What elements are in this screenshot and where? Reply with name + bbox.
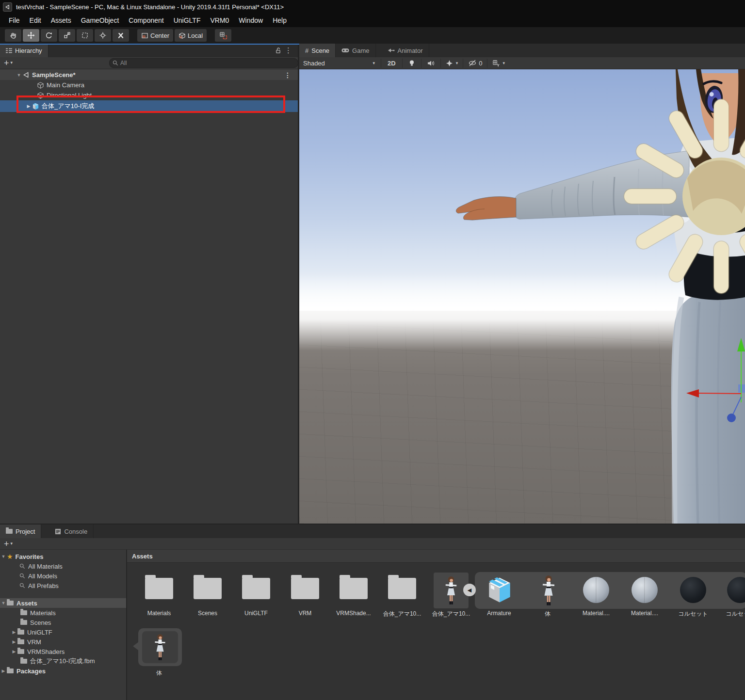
menu-help[interactable]: Help <box>268 16 292 24</box>
toggle-2d-button[interactable]: 2D <box>383 60 400 67</box>
scale-tool-button[interactable] <box>59 29 75 42</box>
grid-folder-materials[interactable] <box>145 578 173 599</box>
tab-hierarchy[interactable]: Hierarchy <box>0 44 49 57</box>
expand-icon[interactable]: ▶ <box>11 630 17 635</box>
menu-gameobject[interactable]: GameObject <box>76 16 124 24</box>
folder-icon <box>291 578 319 599</box>
tree-all-materials[interactable]: All Materials <box>0 561 126 571</box>
project-create-caret[interactable]: ▾ <box>11 541 13 546</box>
scene-effects-dropdown[interactable]: ▾ <box>443 60 461 67</box>
tree-materials[interactable]: Materials <box>0 608 126 618</box>
all-prefabs-label: All Prefabs <box>28 582 59 589</box>
tab-console-label: Console <box>64 528 87 535</box>
scene-audio-button[interactable] <box>423 60 438 66</box>
rect-tool-button[interactable] <box>77 29 93 42</box>
hierarchy-item-model-selected[interactable]: ▶ 合体_アマ10-I完成 <box>0 100 298 112</box>
tree-packages[interactable]: ▶ Packages <box>0 666 126 676</box>
grid-snap-button[interactable] <box>215 29 231 42</box>
menu-edit[interactable]: Edit <box>25 16 46 24</box>
tree-vrm[interactable]: ▶ VRM <box>0 637 126 647</box>
subasset-material-2[interactable] <box>632 577 658 603</box>
scene-3d-viewport[interactable] <box>299 69 745 524</box>
grid-folder-scenes[interactable] <box>194 578 222 599</box>
subasset-corset-material-2[interactable] <box>727 577 745 603</box>
favorites-star-icon: ★ <box>7 553 13 560</box>
tree-unigltf[interactable]: ▶ UniGLTF <box>0 627 126 637</box>
tree-fbm-folder[interactable]: 合体_アマ10-I完成.fbm <box>0 656 126 666</box>
menu-unigltf[interactable]: UniGLTF <box>169 16 206 24</box>
label-unigltf: UniGLTF <box>229 610 283 617</box>
gameobject-cube-icon <box>37 92 44 99</box>
hierarchy-item-directional-light[interactable]: Directional Light <box>0 90 298 100</box>
subasset-body[interactable] <box>541 575 556 606</box>
rotate-tool-button[interactable] <box>41 29 57 42</box>
menu-bar: File Edit Assets GameObject Component Un… <box>0 14 745 27</box>
tab-game[interactable]: Game <box>336 44 375 57</box>
subasset-body-mesh[interactable] <box>142 631 178 663</box>
gameobject-cube-icon <box>37 81 44 89</box>
menu-component[interactable]: Component <box>124 16 168 24</box>
folder-icon <box>17 630 24 635</box>
folder-icon <box>17 639 24 644</box>
scene-gizmo-grid-dropdown[interactable]: ▾ <box>489 60 508 67</box>
subasset-collapse-button[interactable]: ◀ <box>463 584 476 596</box>
scene-collapse-icon[interactable]: ▼ <box>16 73 22 78</box>
hierarchy-lock-icon[interactable] <box>275 47 281 54</box>
scene-visibility-button[interactable]: 0 <box>465 60 485 67</box>
shading-mode-dropdown[interactable]: Shaded ▾ <box>299 60 379 67</box>
all-materials-label: All Materials <box>28 563 63 570</box>
tree-favorites[interactable]: ▼ ★ Favorites <box>0 552 126 561</box>
tab-console[interactable]: Console <box>49 525 94 538</box>
tab-project[interactable]: Project <box>0 525 41 538</box>
hierarchy-create-button[interactable]: + <box>4 59 9 67</box>
tab-animator[interactable]: Animator <box>382 44 429 57</box>
tree-assets-root[interactable]: ▼ Assets <box>0 598 126 608</box>
menu-assets[interactable]: Assets <box>46 16 76 24</box>
expand-icon[interactable]: ▶ <box>11 649 17 654</box>
scene-lighting-button[interactable] <box>405 60 419 67</box>
hierarchy-create-caret[interactable]: ▾ <box>11 61 13 65</box>
hierarchy-item-main-camera[interactable]: Main Camera <box>0 80 298 90</box>
pivot-mode-button[interactable]: Center <box>137 29 173 42</box>
expand-icon[interactable]: ▶ <box>11 639 17 644</box>
menu-file[interactable]: File <box>4 16 25 24</box>
hierarchy-scene-row[interactable]: ▼ SampleScene* ⋮ <box>0 70 298 80</box>
label-material-2: Material.... <box>618 610 671 617</box>
scale-tool-icon <box>63 32 71 39</box>
search-icon <box>113 60 118 66</box>
subasset-armature[interactable] <box>486 576 514 604</box>
tree-all-models[interactable]: All Models <box>0 571 126 581</box>
menu-window[interactable]: Window <box>234 16 268 24</box>
project-create-button[interactable]: + <box>4 540 9 548</box>
grid-folder-vrm[interactable] <box>291 578 319 599</box>
hierarchy-search-input[interactable]: All <box>109 58 298 68</box>
space-local-icon <box>178 32 186 39</box>
move-tool-button[interactable] <box>23 29 39 42</box>
tree-all-prefabs[interactable]: All Prefabs <box>0 581 126 590</box>
space-mode-button[interactable]: Local <box>175 29 207 42</box>
transform-tool-button[interactable] <box>95 29 111 42</box>
tree-scenes[interactable]: Scenes <box>0 618 126 627</box>
grid-folder-fbm[interactable] <box>388 578 416 599</box>
packages-expand-icon[interactable]: ▶ <box>0 668 7 673</box>
asset-grid-breadcrumb[interactable]: Assets <box>127 550 745 563</box>
tab-scene[interactable]: # Scene <box>299 44 336 57</box>
project-folder-icon <box>6 529 13 534</box>
label-corset-1: コルセット <box>666 610 720 618</box>
model-row-label: 合体_アマ10-I完成 <box>42 102 94 111</box>
model-expand-icon[interactable]: ▶ <box>25 104 32 109</box>
subasset-material-1[interactable] <box>583 577 609 603</box>
tree-vrmshaders[interactable]: ▶ VRMShaders <box>0 647 126 656</box>
scene-row-kebab[interactable]: ⋮ <box>284 72 291 79</box>
hierarchy-kebab-menu[interactable]: ⋮ <box>285 47 292 54</box>
menu-vrm0[interactable]: VRM0 <box>205 16 234 24</box>
hand-tool-icon <box>9 32 17 39</box>
subasset-corset-material-1[interactable] <box>680 577 706 603</box>
grid-folder-unigltf[interactable] <box>242 578 270 599</box>
grid-folder-vrmshaders[interactable] <box>340 578 368 599</box>
favorites-collapse-icon[interactable]: ▼ <box>0 554 7 559</box>
assets-collapse-icon[interactable]: ▼ <box>0 601 7 605</box>
hand-tool-button[interactable] <box>5 29 21 42</box>
custom-tool-button[interactable] <box>113 29 129 42</box>
effects-star-icon <box>446 60 453 67</box>
